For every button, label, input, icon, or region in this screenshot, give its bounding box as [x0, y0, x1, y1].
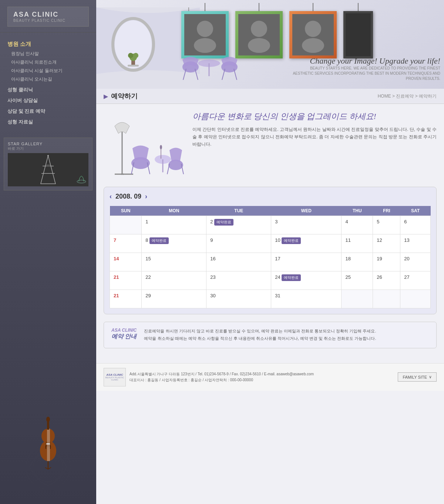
cal-cell-21b[interactable]: 21: [110, 290, 142, 308]
svg-point-61: [160, 145, 162, 149]
badge-reserved-24: 예약완료: [282, 274, 301, 281]
appointment-heading: 아름다운 변화로 당신의 인생을 업그레이드 하세요!: [192, 111, 437, 122]
cal-cell-empty4: [400, 290, 431, 308]
cal-header-thu: THU: [342, 206, 373, 216]
cal-cell-18[interactable]: 18: [342, 253, 373, 271]
cal-cell-empty3: [373, 290, 400, 308]
badge-reserved: 예약완료: [214, 219, 233, 226]
cal-header-sat: SAT: [400, 206, 431, 216]
cal-cell-6[interactable]: 6: [400, 216, 431, 234]
photo-frame-4: [343, 3, 373, 58]
photo-frame-3: [289, 3, 337, 58]
cal-cell-1[interactable]: 1: [142, 216, 206, 234]
page-title-arrow-icon: ▶: [104, 93, 108, 100]
sidebar-logo-area: ASA CLINIC BEAUTY PLASTIC CLINIC: [0, 0, 96, 33]
gallery-link[interactable]: 바로 가기: [8, 146, 88, 151]
svg-rect-3: [46, 165, 50, 167]
cal-cell-20[interactable]: 20: [400, 253, 431, 271]
svg-point-6: [77, 180, 86, 183]
appointment-section: 아름다운 변화로 당신의 인생을 업그레이드 하세요! 이제 간단히 인터넷으로…: [104, 111, 437, 179]
svg-line-58: [167, 164, 169, 174]
svg-point-39: [305, 21, 321, 37]
sidebar-item-appointment[interactable]: 상담 및 진료 예약: [0, 105, 96, 116]
footer: ASA CLINIC BEAUTY PLASTIC CLINIC Add.서울특…: [96, 363, 444, 391]
cal-cell-27[interactable]: 27: [400, 271, 431, 290]
info-logo: ASA CLINIC 예약 안내: [111, 328, 137, 342]
cal-cell-5[interactable]: 5: [373, 216, 400, 234]
svg-point-28: [128, 53, 133, 58]
cal-cell-empty2: [342, 290, 373, 308]
calendar-row-2: 7 8 예약완료 9 10 예약완료 11 12 13: [110, 234, 431, 253]
tagline-sub: BEAUTY STARTS HERE. WE ARE DEDICATED TO …: [292, 66, 440, 81]
cal-cell-15[interactable]: 15: [142, 253, 206, 271]
calendar-section: ‹ 2008. 09 › SUN MON TUE WED THU FRI SAT: [104, 187, 437, 314]
calendar-table: SUN MON TUE WED THU FRI SAT: [110, 206, 431, 308]
cal-cell-21[interactable]: 21: [110, 271, 142, 290]
cal-cell-24[interactable]: 24 예약완료: [271, 271, 342, 290]
svg-rect-25: [128, 65, 139, 67]
cal-cell-22[interactable]: 22: [142, 271, 206, 290]
cal-cell-31[interactable]: 31: [271, 290, 342, 308]
cal-cell-16[interactable]: 16: [206, 253, 271, 271]
breadcrumb-nav: HOME > 진료예약 > 예약하기: [378, 93, 437, 99]
sidebar-item-gallery[interactable]: 성형 자료실: [0, 116, 96, 126]
hero-tagline-area: Change your Image! Upgrade your life! BE…: [292, 56, 440, 81]
svg-point-29: [133, 53, 138, 58]
calendar-prev-button[interactable]: ‹: [110, 193, 112, 200]
svg-point-36: [251, 21, 267, 37]
footer-address-line2: 대표이사 : 홍길동 / 사업자등록번호 : 홍길순 / 사업자연락처 : 00…: [130, 377, 398, 383]
cal-cell-3[interactable]: 3: [271, 216, 342, 234]
breadcrumb-bar: ▶ 예약하기 HOME > 진료예약 > 예약하기: [96, 89, 444, 104]
calendar-title: 2008. 09: [115, 193, 141, 200]
tagline-main: Change your Image! Upgrade your life!: [292, 56, 440, 66]
appointment-text: 아름다운 변화로 당신의 인생을 업그레이드 하세요! 이제 간단히 인터넷으로…: [192, 111, 437, 148]
cal-header-wed: WED: [271, 206, 342, 216]
cal-cell-10[interactable]: 10 예약완료: [271, 234, 342, 253]
sidebar-item-director[interactable]: 원장님 인사말: [0, 50, 96, 58]
calendar-row-1: 1 2 예약완료 3 4 5 6: [110, 216, 431, 234]
cal-cell-8[interactable]: 8 예약완료: [142, 234, 206, 253]
footer-logo-image: ASA CLINIC BEAUTY PLASTIC CLINIC: [104, 368, 126, 386]
family-site-button[interactable]: FAMILY SITE ∨: [398, 372, 437, 382]
cal-cell-9[interactable]: 9: [206, 234, 271, 253]
calendar-next-button[interactable]: ›: [145, 193, 147, 200]
info-line1: 진료예약을 하시면 기다리지 않고 바로 진료를 받으실 수 있으며, 예약 완…: [144, 328, 429, 335]
cal-cell-23[interactable]: 23: [206, 271, 271, 290]
sidebar-item-plastic[interactable]: 성형 클리닉: [0, 84, 96, 94]
info-text: 진료예약을 하시면 기다리지 않고 바로 진료를 받으실 수 있으며, 예약 완…: [144, 328, 429, 342]
cal-cell-13[interactable]: 13: [400, 234, 431, 253]
svg-marker-0: [41, 156, 56, 184]
cal-cell-12[interactable]: 12: [373, 234, 400, 253]
cal-cell-7[interactable]: 7: [110, 234, 142, 253]
cal-cell-26[interactable]: 26: [373, 271, 400, 290]
cal-cell-2[interactable]: 2 예약완료: [206, 216, 271, 234]
calendar-header: ‹ 2008. 09 ›: [110, 193, 431, 200]
cal-cell-4[interactable]: 4: [342, 216, 373, 234]
info-logo-sub: 예약 안내: [111, 333, 137, 341]
svg-point-33: [197, 21, 213, 37]
gallery-label: STAR GALLERY: [8, 142, 88, 146]
cal-cell-14[interactable]: 14: [110, 253, 142, 271]
cal-cell-25[interactable]: 25: [342, 271, 373, 290]
sidebar-item-directions[interactable]: 아사클리닉 오시는길: [0, 75, 96, 84]
family-site-dropdown-icon: ∨: [429, 375, 432, 379]
info-logo-main: ASA CLINIC: [111, 328, 137, 333]
cal-cell-11[interactable]: 11: [342, 234, 373, 253]
footer-info: Add.서울특별시 가나구 다라동 123번지 / Tel. 01)234-56…: [130, 371, 398, 383]
cal-header-tue: TUE: [206, 206, 271, 216]
cal-cell-19[interactable]: 19: [373, 253, 400, 271]
badge-reserved-10: 예약완료: [282, 237, 301, 244]
cal-cell-17[interactable]: 17: [271, 253, 342, 271]
cal-cell-29[interactable]: 29: [142, 290, 206, 308]
sidebar-section-title-hospital[interactable]: 병원 소개: [0, 36, 96, 50]
svg-point-37: [248, 38, 270, 53]
info-box: ASA CLINIC 예약 안내 진료예약을 하시면 기다리지 않고 바로 진료…: [104, 322, 437, 348]
cal-cell-30[interactable]: 30: [206, 290, 271, 308]
footer-logo-area: ASA CLINIC BEAUTY PLASTIC CLINIC: [104, 368, 126, 386]
sidebar-item-facilities[interactable]: 아사클리닉 시설 둘러보기: [0, 67, 96, 75]
footer-address-line1: Add.서울특별시 가나구 다라동 123번지 / Tel. 01)234-56…: [130, 371, 398, 377]
sidebar: ASA CLINIC BEAUTY PLASTIC CLINIC 병원 소개 원…: [0, 0, 96, 504]
sidebar-item-doctors[interactable]: 아사클리닉 의료진소개: [0, 58, 96, 67]
content-section: 아름다운 변화로 당신의 인생을 업그레이드 하세요! 이제 간단히 인터넷으로…: [96, 104, 444, 363]
sidebar-item-cyber-consult[interactable]: 사이버 상담실: [0, 94, 96, 105]
